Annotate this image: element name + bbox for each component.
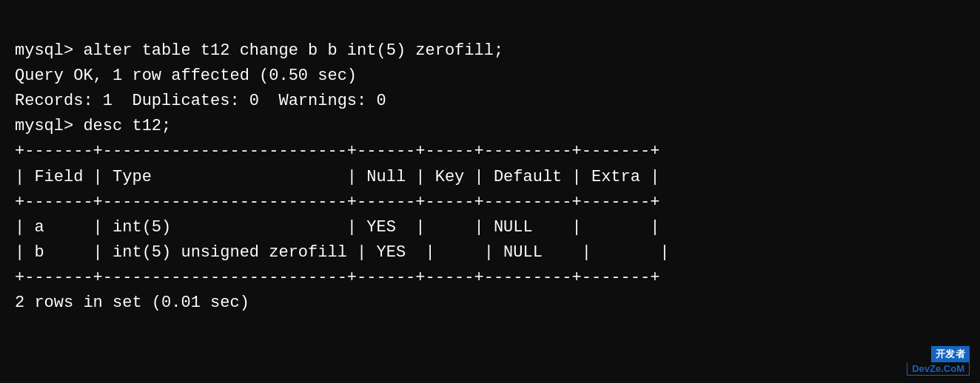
terminal-line: mysql> alter table t12 change b b int(5)… (15, 38, 965, 64)
terminal-line: Query OK, 1 row affected (0.50 sec) (15, 64, 965, 89)
terminal-output: mysql> alter table t12 change b b int(5)… (15, 13, 965, 316)
terminal-line: mysql> desc t12; (15, 114, 965, 139)
terminal-line: 2 rows in set (0.01 sec) (15, 291, 965, 316)
terminal-line: | b | int(5) unsigned zerofill | YES | |… (15, 240, 965, 265)
terminal-line: +-------+-------------------------+-----… (15, 190, 965, 215)
terminal-line: | Field | Type | Null | Key | Default | … (15, 165, 965, 190)
watermark: 开发者 DevZe.CoM (907, 346, 970, 376)
watermark-bottom-text: DevZe.CoM (907, 362, 970, 376)
terminal-line: | a | int(5) | YES | | NULL | | (15, 215, 965, 240)
terminal-line: +-------+-------------------------+-----… (15, 265, 965, 291)
terminal-line: Records: 1 Duplicates: 0 Warnings: 0 (15, 89, 965, 114)
watermark-top-text: 开发者 (931, 346, 970, 362)
terminal-line: +-------+-------------------------+-----… (15, 139, 965, 164)
